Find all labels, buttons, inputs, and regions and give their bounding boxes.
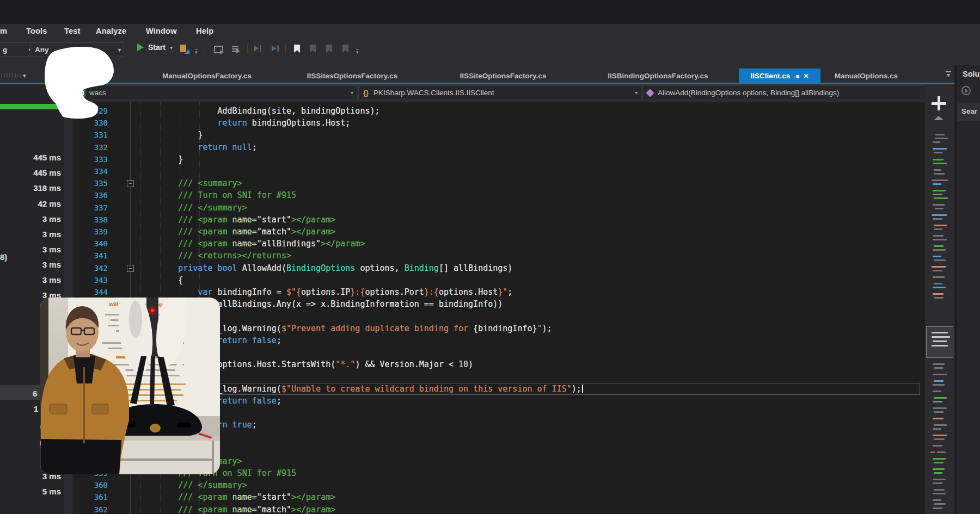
code-line-333[interactable]: 333 } [74, 153, 925, 165]
solution-search-box[interactable]: Sear [957, 103, 980, 121]
new-item-icon[interactable] [180, 44, 189, 54]
navigate-to-icon[interactable] [231, 44, 241, 54]
minimap-mark [933, 493, 946, 494]
test-duration: 1 [34, 404, 38, 415]
minimap-viewport[interactable] [926, 326, 953, 358]
code-line-335[interactable]: 335− /// <summary> [74, 177, 925, 189]
menu-item-test[interactable]: Test [64, 27, 81, 35]
menu-item-m[interactable]: m [0, 27, 7, 35]
menu-item-window[interactable]: Window [146, 27, 177, 35]
test-duration: 3 ms [22, 214, 61, 225]
start-play-icon [137, 44, 144, 51]
search-placeholder: Sear [961, 107, 977, 115]
code-text: /// <returns></returns> [139, 250, 291, 262]
editor-scrollbar-map[interactable] [925, 84, 954, 514]
tab-label: IISBindingOptionsFactory.cs [608, 72, 708, 80]
minimap-mark [933, 141, 940, 143]
line-number: 331 [79, 129, 108, 141]
step-over-icon[interactable] [271, 44, 281, 54]
previous-bookmark-icon[interactable] [308, 44, 318, 54]
menu-item-help[interactable]: Help [196, 27, 213, 35]
code-line-343[interactable]: 343 { [74, 274, 925, 286]
code-text: /// <summary> [139, 177, 242, 189]
code-line-340[interactable]: 340 /// <param name="allBindings"></para… [74, 238, 925, 250]
minimap-mark [933, 384, 945, 386]
debug-target-label: g [3, 46, 7, 54]
menu-item-analyze[interactable]: Analyze [96, 27, 126, 35]
minimap-mark [933, 183, 941, 185]
code-line-337[interactable]: 337 /// </summary> [74, 202, 925, 214]
code-text: } [139, 153, 183, 165]
class-icon: {} [362, 89, 370, 97]
breadcrumb-method[interactable]: AllowAdd(BindingOptions options, Binding… [642, 85, 952, 100]
fold-collapse-icon[interactable]: − [127, 180, 134, 187]
tab-iissiteoptionsfactory-cs[interactable]: IISSiteOptionsFactory.cs [429, 69, 577, 83]
pin-icon[interactable]: -■ [794, 73, 799, 79]
group-collapse-caret[interactable]: ▾ [23, 72, 26, 79]
toolbar-overflow-icon[interactable]: ▾ [195, 49, 198, 54]
code-line-342[interactable]: 342− private bool AllowAdd(BindingOption… [74, 262, 925, 274]
minimap-mark [933, 159, 944, 160]
code-line-334[interactable]: 334 [74, 165, 925, 177]
plus-icon [932, 96, 946, 110]
minimap-mark [933, 499, 941, 501]
minimap-mark [933, 249, 946, 251]
start-button[interactable]: Start ▾ [137, 43, 173, 52]
tab-manualoptionsfactory-cs[interactable]: ManualOptionsFactory.cs [138, 69, 275, 83]
minimap-mark [933, 163, 947, 164]
fold-collapse-icon[interactable]: − [127, 265, 134, 272]
minimap-mark [933, 363, 945, 365]
tab-manualoptions-cs[interactable]: ManualOptions.cs [820, 69, 912, 83]
scroll-up-arrow-icon[interactable] [934, 116, 944, 120]
code-line-332[interactable]: 332 return null; [74, 141, 925, 153]
code-line-331[interactable]: 331 } [74, 129, 925, 141]
toolbar-overflow-icon[interactable]: ▾ [356, 49, 359, 54]
code-line-339[interactable]: 339 /// <param name="match"></param> [74, 226, 925, 238]
minimap-mark [934, 245, 944, 247]
next-bookmark-icon[interactable] [324, 44, 334, 54]
code-line-344[interactable]: 344 var bindingInfo = $"{options.IP}:{op… [74, 286, 925, 298]
code-text: AddBinding(site, bindingOptions); [139, 105, 380, 117]
breadcrumb-class[interactable]: {}PKISharp.WACS.Clients.IIS.IISClient▾ [358, 85, 641, 100]
step-into-icon[interactable] [254, 44, 264, 54]
test-duration: 318 ms [22, 183, 61, 194]
bookmark-icon[interactable] [292, 44, 302, 54]
minimap-mark [934, 225, 947, 226]
minimap-mark [934, 228, 942, 230]
minimap-mark [933, 287, 946, 288]
code-line-361[interactable]: 361 /// <param name="start"></param> [74, 491, 925, 503]
highlight-blob [44, 47, 115, 119]
chevron-down-icon: ▾ [635, 90, 638, 96]
minimap-mark [935, 208, 944, 209]
menu-item-tools[interactable]: Tools [26, 27, 47, 35]
line-number: 333 [79, 153, 108, 165]
minimap-mark [934, 411, 944, 413]
breadcrumb-project[interactable]: wacs▾ [74, 85, 357, 100]
chevron-down-icon: ▾ [351, 90, 353, 96]
minimap-mark [933, 479, 946, 480]
webcam-photo: Will The Future Design Us ? [40, 298, 220, 474]
tab-iisclient-cs[interactable]: IISClient.cs-■✕ [739, 69, 820, 83]
minimap-mark [932, 214, 947, 216]
navigation-bar: wacs▾{}PKISharp.WACS.Clients.IIS.IISClie… [74, 84, 954, 102]
line-number: 336 [79, 189, 108, 201]
code-line-330[interactable]: 330 return bindingOptions.Host; [74, 117, 925, 129]
code-line-329[interactable]: 329 AddBinding(site, bindingOptions); [74, 105, 925, 117]
code-line-341[interactable]: 341 /// <returns></returns> [74, 250, 925, 262]
sync-icon[interactable] [961, 86, 971, 95]
code-text: { [139, 274, 183, 286]
tab-iisbindingoptionsfactory-cs[interactable]: IISBindingOptionsFactory.cs [577, 69, 739, 83]
code-text: /// </summary> [139, 479, 247, 491]
minimap-mark [932, 336, 950, 338]
close-icon[interactable]: ✕ [804, 72, 809, 80]
attach-process-icon[interactable] [213, 44, 223, 54]
code-line-360[interactable]: 360 /// </summary> [74, 479, 925, 491]
code-text: private bool AllowAdd(BindingOptions opt… [139, 262, 512, 274]
clear-bookmarks-icon[interactable] [341, 44, 351, 54]
tab-iissitesoptionsfactory-cs[interactable]: IISSitesOptionsFactory.cs [275, 69, 429, 83]
code-line-338[interactable]: 338 /// <param name="start"></param> [74, 214, 925, 226]
method-icon [646, 89, 654, 97]
code-line-336[interactable]: 336 /// Turn on SNI for #915 [74, 189, 925, 201]
code-line-362[interactable]: 362 /// <param name="match"></param> [74, 504, 925, 514]
tab-overflow-icon[interactable]: ▼ [946, 71, 951, 78]
